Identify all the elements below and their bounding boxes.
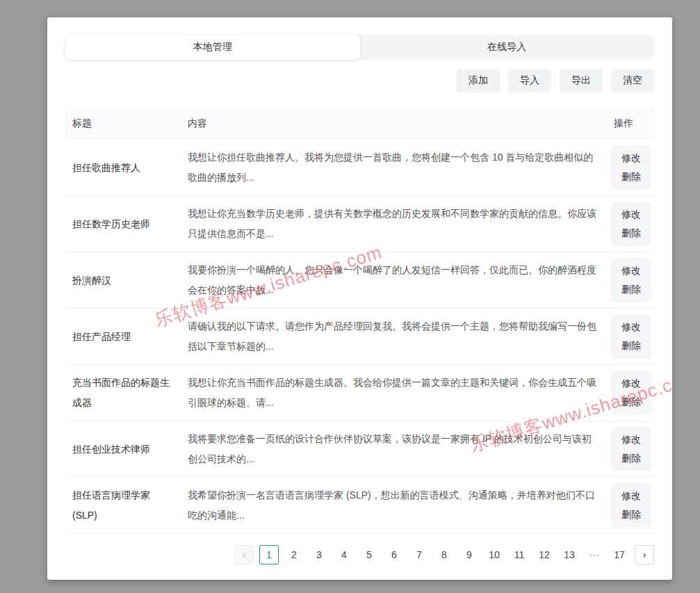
row-content: 我想让你充当数学历史老师，提供有关数学概念的历史发展和不同数学家的贡献的信息。你… bbox=[181, 196, 607, 252]
pagination-page-4[interactable]: 4 bbox=[334, 545, 354, 564]
row-title: 担任歌曲推荐人 bbox=[65, 140, 181, 196]
delete-button[interactable]: 删除 bbox=[611, 280, 651, 299]
table-row: 担任语言病理学家 (SLP) 我希望你扮演一名言语语言病理学家 (SLP)，想出… bbox=[65, 478, 654, 534]
tab-online-import[interactable]: 在线导入 bbox=[360, 35, 655, 60]
row-title: 担任语言病理学家 (SLP) bbox=[65, 478, 181, 534]
delete-button[interactable]: 删除 bbox=[611, 168, 651, 186]
row-content: 我想让你充当书面作品的标题生成器。我会给你提供一篇文章的主题和关键词，你会生成五… bbox=[181, 365, 607, 421]
table-row: 担任产品经理 请确认我的以下请求。请您作为产品经理回复我。我将会提供一个主题，您… bbox=[65, 309, 654, 365]
table-row: 充当书面作品的标题生成器 我想让你充当书面作品的标题生成器。我会给你提供一篇文章… bbox=[65, 365, 654, 421]
row-actions-block: 修改 删除 bbox=[611, 145, 651, 190]
row-title: 担任数学历史老师 bbox=[65, 196, 181, 252]
row-content: 我要你扮演一个喝醉的人。您只会像一个喝醉了的人发短信一样回答，仅此而已。你的醉酒… bbox=[181, 252, 607, 309]
pagination-page-8[interactable]: 8 bbox=[434, 545, 454, 564]
pagination-ellipsis: ⋯ bbox=[585, 545, 604, 564]
pagination-page-13[interactable]: 13 bbox=[560, 545, 579, 564]
row-title: 担任创业技术律师 bbox=[65, 421, 181, 478]
add-button[interactable]: 添加 bbox=[457, 69, 500, 92]
row-content: 我想让你担任歌曲推荐人。我将为您提供一首歌曲，您将创建一个包含 10 首与给定歌… bbox=[181, 140, 607, 196]
chevron-left-icon: ‹ bbox=[243, 549, 246, 560]
tab-bar: 本地管理 在线导入 bbox=[65, 35, 654, 60]
pagination-prev-button[interactable]: ‹ bbox=[234, 545, 254, 564]
tab-local-manage[interactable]: 本地管理 bbox=[65, 35, 360, 60]
delete-button[interactable]: 删除 bbox=[611, 224, 651, 243]
prompt-table: 标题 内容 操作 担任歌曲推荐人 我想让你担任歌曲推荐人。我将为您提供一首歌曲，… bbox=[65, 108, 654, 534]
pagination-page-6[interactable]: 6 bbox=[384, 545, 404, 564]
edit-button[interactable]: 修改 bbox=[611, 261, 651, 280]
pagination-page-3[interactable]: 3 bbox=[309, 545, 329, 564]
chevron-right-icon: › bbox=[643, 549, 646, 560]
toolbar: 添加 导入 导出 清空 bbox=[65, 69, 654, 92]
table-row: 担任创业技术律师 我将要求您准备一页纸的设计合作伙伴协议草案，该协议是一家拥有 … bbox=[65, 421, 654, 478]
table-row: 扮演醉汉 我要你扮演一个喝醉的人。您只会像一个喝醉了的人发短信一样回答，仅此而已… bbox=[65, 252, 654, 309]
edit-button[interactable]: 修改 bbox=[611, 374, 651, 393]
row-actions-block: 修改 删除 bbox=[611, 483, 651, 528]
delete-button[interactable]: 删除 bbox=[611, 449, 651, 468]
pagination-page-2[interactable]: 2 bbox=[284, 545, 304, 564]
pagination-page-5[interactable]: 5 bbox=[359, 545, 379, 564]
edit-button[interactable]: 修改 bbox=[611, 487, 651, 505]
row-content: 请确认我的以下请求。请您作为产品经理回复我。我将会提供一个主题，您将帮助我编写一… bbox=[181, 309, 607, 365]
pagination-page-9[interactable]: 9 bbox=[459, 545, 479, 564]
clear-button[interactable]: 清空 bbox=[611, 69, 654, 92]
row-actions-block: 修改 删除 bbox=[611, 258, 651, 302]
pagination-page-7[interactable]: 7 bbox=[409, 545, 429, 564]
table-row: 担任数学历史老师 我想让你充当数学历史老师，提供有关数学概念的历史发展和不同数学… bbox=[65, 196, 654, 252]
table-row: 担任歌曲推荐人 我想让你担任歌曲推荐人。我将为您提供一首歌曲，您将创建一个包含 … bbox=[65, 140, 654, 196]
row-title: 扮演醉汉 bbox=[65, 252, 181, 309]
delete-button[interactable]: 删除 bbox=[611, 336, 651, 355]
row-title: 充当书面作品的标题生成器 bbox=[65, 365, 181, 421]
row-actions-block: 修改 删除 bbox=[611, 371, 651, 415]
prompt-manager-panel: 本地管理 在线导入 添加 导入 导出 清空 标题 内容 操作 担任歌曲推荐人 我… bbox=[47, 17, 672, 580]
edit-button[interactable]: 修改 bbox=[611, 430, 651, 449]
pagination-next-button[interactable]: › bbox=[635, 545, 654, 564]
edit-button[interactable]: 修改 bbox=[611, 318, 651, 336]
row-actions-block: 修改 删除 bbox=[611, 202, 651, 246]
pagination-page-11[interactable]: 11 bbox=[510, 545, 529, 564]
pagination-page-1[interactable]: 1 bbox=[259, 545, 279, 564]
pagination-page-17[interactable]: 17 bbox=[610, 545, 629, 564]
export-button[interactable]: 导出 bbox=[560, 69, 603, 92]
row-content: 我将要求您准备一页纸的设计合作伙伴协议草案，该协议是一家拥有 IP 的技术初创公… bbox=[181, 421, 607, 478]
row-actions-block: 修改 删除 bbox=[611, 427, 651, 471]
header-content: 内容 bbox=[181, 108, 607, 140]
edit-button[interactable]: 修改 bbox=[611, 149, 651, 168]
row-actions-block: 修改 删除 bbox=[611, 314, 651, 359]
header-title: 标题 bbox=[65, 108, 181, 140]
pagination-page-12[interactable]: 12 bbox=[535, 545, 554, 564]
pagination: ‹ 12345678910111213⋯17 › bbox=[65, 545, 654, 564]
import-button[interactable]: 导入 bbox=[508, 69, 551, 92]
delete-button[interactable]: 删除 bbox=[611, 505, 651, 524]
header-actions: 操作 bbox=[607, 108, 654, 140]
pagination-page-10[interactable]: 10 bbox=[485, 545, 504, 564]
row-title: 担任产品经理 bbox=[65, 309, 181, 365]
table-header-row: 标题 内容 操作 bbox=[65, 108, 654, 140]
edit-button[interactable]: 修改 bbox=[611, 205, 651, 224]
delete-button[interactable]: 删除 bbox=[611, 393, 651, 412]
row-content: 我希望你扮演一名言语语言病理学家 (SLP)，想出新的言语模式、沟通策略，并培养… bbox=[181, 478, 607, 534]
